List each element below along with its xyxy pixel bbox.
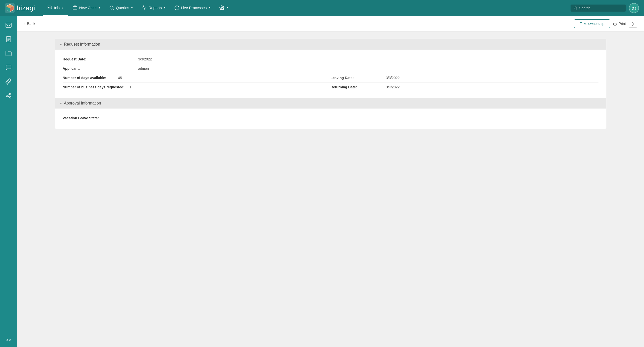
- form-row-days-leaving: Number of days available: 45 Leaving Dat…: [63, 73, 598, 83]
- logo-text: bizagi: [17, 4, 35, 12]
- form-row-applicant: Applicant: admon: [63, 64, 598, 73]
- form-cell-leaving-date: Leaving Date: 3/3/2022: [331, 76, 598, 80]
- sidebar-item-list[interactable]: [2, 33, 15, 46]
- take-ownership-button[interactable]: Take ownership: [574, 19, 610, 28]
- svg-point-20: [9, 96, 11, 98]
- back-button[interactable]: ‹ Back: [24, 21, 35, 26]
- svg-line-21: [8, 94, 10, 96]
- nav-item-live-processes[interactable]: Live Processes ▾: [170, 0, 215, 16]
- svg-point-19: [9, 93, 11, 95]
- print-button[interactable]: Print: [613, 22, 626, 26]
- form-row-vacation-state: Vacation Leave State:: [63, 114, 598, 123]
- settings-caret: ▾: [227, 6, 228, 9]
- svg-point-18: [6, 95, 8, 97]
- section-chevron-approval: ▾: [60, 101, 62, 105]
- value-request-date: 3/3/2022: [138, 57, 598, 61]
- nav-item-settings[interactable]: ▾: [215, 0, 232, 16]
- label-leaving-date: Leaving Date:: [331, 76, 381, 80]
- form-cell-days-available: Number of days available: 45: [63, 76, 331, 80]
- form-card: ▾ Request Information Request Date: 3/3/…: [55, 39, 606, 129]
- form-cell-returning-date: Returning Date: 3/4/2022: [331, 85, 598, 89]
- svg-point-11: [574, 7, 576, 9]
- value-applicant: admon: [138, 66, 598, 71]
- section-body-request: Request Date: 3/3/2022 Applicant: admon …: [55, 50, 606, 98]
- svg-line-8: [113, 9, 114, 10]
- avatar[interactable]: DJ: [629, 3, 639, 13]
- value-business-days: 1: [130, 85, 331, 89]
- section-title-approval: Approval Information: [64, 101, 101, 106]
- sidebar-expand-button[interactable]: >>: [2, 335, 15, 344]
- svg-line-12: [576, 9, 577, 10]
- toolbar-right: Take ownership Print ❯: [574, 19, 637, 28]
- new-case-caret: ▾: [99, 6, 100, 9]
- sidebar-item-inbox[interactable]: [2, 19, 15, 32]
- label-business-days: Number of business days requested:: [63, 85, 125, 89]
- nav-right: DJ: [571, 3, 639, 13]
- collapse-icon: ❯: [631, 22, 634, 26]
- back-chevron-icon: ‹: [24, 21, 25, 26]
- toolbar: ‹ Back Take ownership Print ❯: [17, 16, 644, 31]
- live-processes-caret: ▾: [209, 6, 210, 9]
- nav-item-new-case[interactable]: New Case ▾: [68, 0, 105, 16]
- sidebar-item-folder[interactable]: [2, 47, 15, 60]
- section-title-request: Request Information: [64, 42, 100, 47]
- svg-rect-13: [6, 23, 11, 27]
- search-icon: [574, 6, 577, 10]
- nav-item-inbox[interactable]: Inbox: [43, 0, 68, 16]
- svg-rect-23: [614, 24, 616, 25]
- section-chevron-request: ▾: [60, 43, 62, 46]
- value-returning-date: 3/4/2022: [386, 85, 598, 89]
- label-request-date: Request Date:: [63, 57, 133, 61]
- main-content: ‹ Back Take ownership Print ❯: [17, 16, 644, 347]
- collapse-panel-button[interactable]: ❯: [629, 20, 637, 28]
- sidebar-item-attachment[interactable]: [2, 75, 15, 88]
- topnav: bizagi Inbox New Case ▾ Queries ▾ Report…: [0, 0, 644, 16]
- nav-items: Inbox New Case ▾ Queries ▾ Reports ▾ Liv…: [43, 0, 571, 16]
- search-input[interactable]: [579, 6, 623, 10]
- svg-rect-6: [73, 7, 77, 10]
- svg-point-7: [110, 6, 113, 9]
- reports-caret: ▾: [164, 6, 165, 9]
- form-row-request-date: Request Date: 3/3/2022: [63, 55, 598, 64]
- label-vacation-state: Vacation Leave State:: [63, 116, 133, 120]
- sidebar: >>: [0, 16, 17, 347]
- layout: >> ‹ Back Take ownership Print: [0, 16, 644, 347]
- nav-item-queries[interactable]: Queries ▾: [105, 0, 137, 16]
- sidebar-item-chat[interactable]: [2, 61, 15, 74]
- section-body-approval: Vacation Leave State:: [55, 109, 606, 129]
- label-applicant: Applicant:: [63, 66, 133, 71]
- svg-line-22: [8, 96, 10, 97]
- form-cell-business-days: Number of business days requested: 1: [63, 85, 331, 89]
- sidebar-item-process[interactable]: [2, 89, 15, 102]
- nav-item-reports[interactable]: Reports ▾: [137, 0, 170, 16]
- value-days-available: 45: [118, 76, 331, 80]
- svg-point-10: [221, 7, 222, 8]
- search-box[interactable]: [571, 5, 626, 12]
- logo[interactable]: bizagi: [5, 3, 35, 13]
- value-leaving-date: 3/3/2022: [386, 76, 598, 80]
- print-icon: [613, 22, 617, 26]
- section-header-approval[interactable]: ▾ Approval Information: [55, 98, 606, 109]
- label-days-available: Number of days available:: [63, 76, 113, 80]
- queries-caret: ▾: [131, 6, 133, 9]
- label-returning-date: Returning Date:: [331, 85, 381, 89]
- form-area: ▾ Request Information Request Date: 3/3/…: [17, 31, 644, 136]
- section-header-request[interactable]: ▾ Request Information: [55, 39, 606, 50]
- form-row-business-returning: Number of business days requested: 1 Ret…: [63, 83, 598, 92]
